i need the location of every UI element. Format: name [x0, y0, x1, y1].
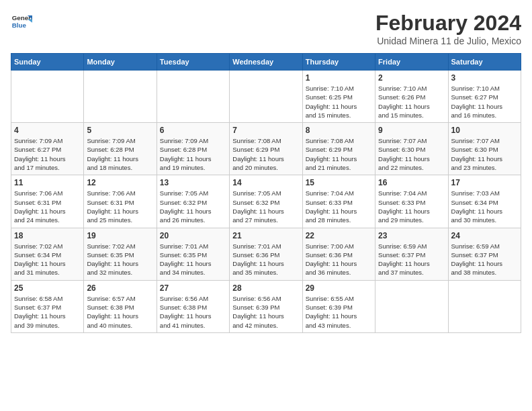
- day-info: Sunrise: 7:09 AMSunset: 6:27 PMDaylight:…: [14, 136, 81, 172]
- calendar-cell: 28Sunrise: 6:56 AMSunset: 6:39 PMDayligh…: [230, 280, 302, 332]
- day-number: 21: [232, 231, 299, 240]
- day-number: 13: [160, 178, 226, 187]
- week-row-5: 25Sunrise: 6:58 AMSunset: 6:37 PMDayligh…: [11, 280, 521, 332]
- calendar-cell: 15Sunrise: 7:04 AMSunset: 6:33 PMDayligh…: [302, 175, 375, 228]
- calendar-cell: 22Sunrise: 7:00 AMSunset: 6:36 PMDayligh…: [302, 228, 375, 280]
- day-info: Sunrise: 6:56 AMSunset: 6:39 PMDaylight:…: [232, 294, 299, 330]
- calendar-cell: 3Sunrise: 7:10 AMSunset: 6:27 PMDaylight…: [448, 71, 521, 123]
- day-header-wednesday: Wednesday: [230, 54, 302, 71]
- day-info: Sunrise: 6:56 AMSunset: 6:38 PMDaylight:…: [160, 294, 226, 330]
- day-info: Sunrise: 7:08 AMSunset: 6:29 PMDaylight:…: [306, 136, 372, 172]
- day-info: Sunrise: 7:00 AMSunset: 6:36 PMDaylight:…: [306, 242, 372, 277]
- day-number: 9: [378, 126, 445, 135]
- page-header: General Blue February 2024 Unidad Minera…: [11, 11, 521, 46]
- svg-text:General: General: [12, 14, 32, 21]
- day-number: 4: [14, 126, 81, 135]
- day-info: Sunrise: 7:10 AMSunset: 6:26 PMDaylight:…: [378, 84, 445, 120]
- day-number: 18: [14, 231, 81, 240]
- calendar-cell: [157, 71, 229, 123]
- day-header-saturday: Saturday: [448, 54, 521, 71]
- location-subtitle: Unidad Minera 11 de Julio, Mexico: [375, 36, 521, 46]
- day-info: Sunrise: 7:06 AMSunset: 6:31 PMDaylight:…: [14, 189, 81, 224]
- day-number: 22: [306, 231, 372, 240]
- calendar-cell: [375, 280, 448, 332]
- day-header-monday: Monday: [84, 54, 157, 71]
- calendar-cell: 7Sunrise: 7:08 AMSunset: 6:29 PMDaylight…: [230, 123, 302, 175]
- day-info: Sunrise: 6:58 AMSunset: 6:37 PMDaylight:…: [14, 294, 81, 330]
- day-info: Sunrise: 7:10 AMSunset: 6:25 PMDaylight:…: [306, 84, 372, 120]
- day-info: Sunrise: 6:59 AMSunset: 6:37 PMDaylight:…: [378, 242, 445, 277]
- calendar-cell: 20Sunrise: 7:01 AMSunset: 6:35 PMDayligh…: [157, 228, 229, 280]
- day-number: 16: [378, 178, 445, 187]
- calendar-cell: 16Sunrise: 7:04 AMSunset: 6:33 PMDayligh…: [375, 175, 448, 228]
- day-number: 23: [378, 231, 445, 240]
- day-number: 14: [232, 178, 299, 187]
- calendar-cell: [11, 71, 84, 123]
- day-info: Sunrise: 7:02 AMSunset: 6:34 PMDaylight:…: [14, 242, 81, 277]
- header-row: SundayMondayTuesdayWednesdayThursdayFrid…: [11, 54, 521, 71]
- svg-text:Blue: Blue: [12, 21, 27, 29]
- calendar-cell: [448, 280, 521, 332]
- day-info: Sunrise: 7:06 AMSunset: 6:31 PMDaylight:…: [87, 189, 153, 224]
- calendar-cell: 5Sunrise: 7:09 AMSunset: 6:28 PMDaylight…: [84, 123, 157, 175]
- calendar-cell: 14Sunrise: 7:05 AMSunset: 6:32 PMDayligh…: [230, 175, 302, 228]
- day-number: 7: [232, 126, 299, 135]
- calendar-cell: 13Sunrise: 7:05 AMSunset: 6:32 PMDayligh…: [157, 175, 229, 228]
- day-info: Sunrise: 7:02 AMSunset: 6:35 PMDaylight:…: [87, 242, 153, 277]
- day-number: 15: [306, 178, 372, 187]
- day-info: Sunrise: 7:01 AMSunset: 6:35 PMDaylight:…: [160, 242, 226, 277]
- day-info: Sunrise: 7:04 AMSunset: 6:33 PMDaylight:…: [306, 189, 372, 224]
- day-info: Sunrise: 7:09 AMSunset: 6:28 PMDaylight:…: [160, 136, 226, 172]
- calendar-cell: 29Sunrise: 6:55 AMSunset: 6:39 PMDayligh…: [302, 280, 375, 332]
- calendar-cell: 17Sunrise: 7:03 AMSunset: 6:34 PMDayligh…: [448, 175, 521, 228]
- day-info: Sunrise: 7:05 AMSunset: 6:32 PMDaylight:…: [160, 189, 226, 224]
- day-info: Sunrise: 7:04 AMSunset: 6:33 PMDaylight:…: [378, 189, 445, 224]
- day-info: Sunrise: 6:57 AMSunset: 6:38 PMDaylight:…: [87, 294, 153, 330]
- week-row-3: 11Sunrise: 7:06 AMSunset: 6:31 PMDayligh…: [11, 175, 521, 228]
- calendar-cell: 21Sunrise: 7:01 AMSunset: 6:36 PMDayligh…: [230, 228, 302, 280]
- calendar-cell: 19Sunrise: 7:02 AMSunset: 6:35 PMDayligh…: [84, 228, 157, 280]
- calendar-table: SundayMondayTuesdayWednesdayThursdayFrid…: [11, 53, 521, 333]
- logo-icon: General Blue: [11, 11, 32, 32]
- day-info: Sunrise: 7:03 AMSunset: 6:34 PMDaylight:…: [451, 189, 518, 224]
- day-number: 1: [306, 73, 372, 83]
- day-number: 10: [451, 126, 518, 135]
- day-number: 3: [451, 73, 518, 83]
- week-row-4: 18Sunrise: 7:02 AMSunset: 6:34 PMDayligh…: [11, 228, 521, 280]
- calendar-cell: 18Sunrise: 7:02 AMSunset: 6:34 PMDayligh…: [11, 228, 84, 280]
- day-header-friday: Friday: [375, 54, 448, 71]
- month-title: February 2024: [375, 11, 521, 36]
- day-number: 2: [378, 73, 445, 83]
- day-info: Sunrise: 7:08 AMSunset: 6:29 PMDaylight:…: [232, 136, 299, 172]
- day-number: 28: [232, 283, 299, 293]
- calendar-cell: 6Sunrise: 7:09 AMSunset: 6:28 PMDaylight…: [157, 123, 229, 175]
- day-info: Sunrise: 6:59 AMSunset: 6:37 PMDaylight:…: [451, 242, 518, 277]
- day-info: Sunrise: 7:07 AMSunset: 6:30 PMDaylight:…: [451, 136, 518, 172]
- calendar-cell: 2Sunrise: 7:10 AMSunset: 6:26 PMDaylight…: [375, 71, 448, 123]
- week-row-1: 1Sunrise: 7:10 AMSunset: 6:25 PMDaylight…: [11, 71, 521, 123]
- day-info: Sunrise: 7:10 AMSunset: 6:27 PMDaylight:…: [451, 84, 518, 120]
- week-row-2: 4Sunrise: 7:09 AMSunset: 6:27 PMDaylight…: [11, 123, 521, 175]
- calendar-cell: 24Sunrise: 6:59 AMSunset: 6:37 PMDayligh…: [448, 228, 521, 280]
- day-number: 29: [306, 283, 372, 293]
- day-number: 24: [451, 231, 518, 240]
- calendar-cell: 25Sunrise: 6:58 AMSunset: 6:37 PMDayligh…: [11, 280, 84, 332]
- day-info: Sunrise: 7:01 AMSunset: 6:36 PMDaylight:…: [232, 242, 299, 277]
- day-number: 8: [306, 126, 372, 135]
- calendar-cell: 27Sunrise: 6:56 AMSunset: 6:38 PMDayligh…: [157, 280, 229, 332]
- day-header-thursday: Thursday: [302, 54, 375, 71]
- calendar-cell: 12Sunrise: 7:06 AMSunset: 6:31 PMDayligh…: [84, 175, 157, 228]
- day-header-sunday: Sunday: [11, 54, 84, 71]
- calendar-cell: [230, 71, 302, 123]
- calendar-cell: 10Sunrise: 7:07 AMSunset: 6:30 PMDayligh…: [448, 123, 521, 175]
- calendar-header: SundayMondayTuesdayWednesdayThursdayFrid…: [11, 54, 521, 71]
- day-number: 27: [160, 283, 226, 293]
- day-info: Sunrise: 6:55 AMSunset: 6:39 PMDaylight:…: [306, 294, 372, 330]
- day-number: 20: [160, 231, 226, 240]
- calendar-cell: 9Sunrise: 7:07 AMSunset: 6:30 PMDaylight…: [375, 123, 448, 175]
- day-info: Sunrise: 7:07 AMSunset: 6:30 PMDaylight:…: [378, 136, 445, 172]
- calendar-body: 1Sunrise: 7:10 AMSunset: 6:25 PMDaylight…: [11, 71, 521, 333]
- day-number: 6: [160, 126, 226, 135]
- logo: General Blue: [11, 11, 32, 32]
- day-number: 19: [87, 231, 153, 240]
